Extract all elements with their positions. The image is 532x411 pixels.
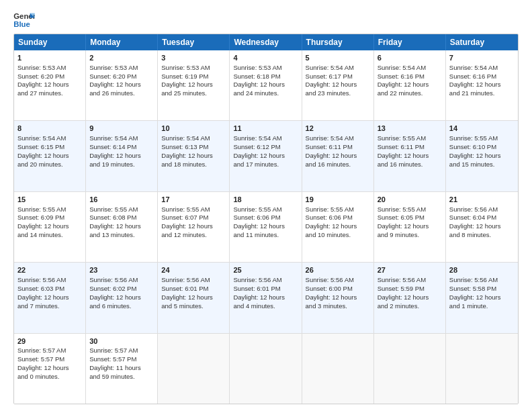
day-info: Daylight: 12 hours — [17, 222, 82, 231]
day-info: Daylight: 12 hours — [17, 293, 82, 302]
header-day-thursday: Thursday — [302, 34, 374, 50]
day-info: Sunrise: 5:56 AM — [449, 205, 515, 214]
day-info: Sunset: 6:08 PM — [89, 214, 154, 222]
day-number: 26 — [306, 265, 370, 275]
day-info: Daylight: 12 hours — [378, 222, 442, 231]
day-number: 18 — [233, 195, 298, 205]
day-info: Sunrise: 5:57 AM — [89, 347, 154, 355]
calendar-day-17: 17Sunrise: 5:55 AMSunset: 6:07 PMDayligh… — [158, 192, 230, 262]
day-info: Daylight: 12 hours — [17, 152, 82, 161]
day-info: Sunrise: 5:55 AM — [378, 205, 442, 214]
day-info: Sunrise: 5:54 AM — [306, 64, 370, 73]
day-info: and 13 minutes. — [89, 231, 154, 240]
calendar-day-11: 11Sunrise: 5:54 AMSunset: 6:12 PMDayligh… — [230, 121, 302, 191]
day-info: Sunrise: 5:57 AM — [17, 347, 82, 355]
day-number: 17 — [161, 195, 226, 205]
calendar-empty — [230, 334, 302, 404]
calendar-week-4: 22Sunrise: 5:56 AMSunset: 6:03 PMDayligh… — [14, 262, 518, 332]
day-info: and 15 minutes. — [449, 161, 515, 169]
day-info: and 2 minutes. — [378, 302, 442, 311]
day-info: Sunset: 6:07 PM — [161, 214, 226, 222]
day-info: and 12 minutes. — [161, 231, 226, 240]
day-info: Sunset: 6:04 PM — [449, 214, 515, 222]
day-number: 22 — [17, 265, 82, 275]
day-number: 21 — [449, 195, 515, 205]
day-info: Daylight: 12 hours — [233, 222, 298, 231]
day-info: and 59 minutes. — [89, 373, 154, 381]
day-info: Sunrise: 5:56 AM — [233, 276, 298, 285]
day-info: Sunset: 6:19 PM — [161, 73, 226, 81]
day-info: Sunset: 6:13 PM — [161, 143, 226, 152]
day-info: Sunset: 6:06 PM — [306, 214, 370, 222]
day-number: 8 — [17, 124, 82, 134]
calendar-day-26: 26Sunrise: 5:56 AMSunset: 6:00 PMDayligh… — [302, 263, 374, 332]
calendar-day-4: 4Sunrise: 5:53 AMSunset: 6:18 PMDaylight… — [230, 50, 302, 120]
day-info: Daylight: 12 hours — [89, 152, 154, 161]
calendar-week-1: 1Sunrise: 5:53 AMSunset: 6:20 PMDaylight… — [14, 50, 518, 120]
day-info: Daylight: 12 hours — [233, 81, 298, 89]
day-info: and 9 minutes. — [378, 231, 442, 240]
day-info: Sunrise: 5:56 AM — [17, 276, 82, 285]
day-info: Sunrise: 5:53 AM — [89, 64, 154, 73]
calendar-day-10: 10Sunrise: 5:54 AMSunset: 6:13 PMDayligh… — [158, 121, 230, 191]
day-info: Daylight: 12 hours — [449, 152, 515, 161]
day-info: Sunrise: 5:53 AM — [161, 64, 226, 73]
day-info: and 5 minutes. — [161, 302, 226, 311]
calendar-week-2: 8Sunrise: 5:54 AMSunset: 6:15 PMDaylight… — [14, 120, 518, 191]
calendar-day-5: 5Sunrise: 5:54 AMSunset: 6:17 PMDaylight… — [302, 50, 374, 120]
day-info: Daylight: 12 hours — [449, 222, 515, 231]
day-number: 28 — [449, 265, 515, 275]
day-number: 4 — [233, 53, 298, 63]
day-number: 6 — [378, 53, 442, 63]
calendar-empty — [446, 334, 518, 404]
day-number: 2 — [89, 53, 154, 63]
header-day-tuesday: Tuesday — [158, 34, 230, 50]
day-info: and 10 minutes. — [306, 231, 370, 240]
calendar-week-5: 29Sunrise: 5:57 AMSunset: 5:57 PMDayligh… — [14, 333, 518, 404]
day-info: Sunset: 6:01 PM — [233, 285, 298, 293]
logo-icon: General Blue — [13, 11, 35, 30]
day-info: Sunset: 6:11 PM — [306, 143, 370, 152]
calendar-day-8: 8Sunrise: 5:54 AMSunset: 6:15 PMDaylight… — [14, 121, 86, 191]
calendar-day-14: 14Sunrise: 5:55 AMSunset: 6:10 PMDayligh… — [446, 121, 518, 191]
calendar-day-21: 21Sunrise: 5:56 AMSunset: 6:04 PMDayligh… — [446, 192, 518, 262]
calendar-day-12: 12Sunrise: 5:54 AMSunset: 6:11 PMDayligh… — [302, 121, 374, 191]
logo: General Blue — [13, 11, 35, 30]
calendar-day-18: 18Sunrise: 5:55 AMSunset: 6:06 PMDayligh… — [230, 192, 302, 262]
day-info: and 20 minutes. — [17, 161, 82, 169]
day-info: Daylight: 12 hours — [378, 152, 442, 161]
day-number: 12 — [306, 124, 370, 134]
day-number: 5 — [306, 53, 370, 63]
day-info: and 21 minutes. — [449, 89, 515, 98]
day-number: 19 — [306, 195, 370, 205]
calendar-day-20: 20Sunrise: 5:55 AMSunset: 6:05 PMDayligh… — [374, 192, 446, 262]
day-info: Daylight: 12 hours — [89, 293, 154, 302]
day-info: Sunrise: 5:55 AM — [306, 205, 370, 214]
calendar-day-27: 27Sunrise: 5:56 AMSunset: 5:59 PMDayligh… — [374, 263, 446, 332]
day-info: Sunset: 5:57 PM — [89, 355, 154, 364]
day-number: 25 — [233, 265, 298, 275]
day-number: 27 — [378, 265, 442, 275]
day-info: Sunset: 6:11 PM — [378, 143, 442, 152]
calendar-day-7: 7Sunrise: 5:54 AMSunset: 6:16 PMDaylight… — [446, 50, 518, 120]
day-info: Daylight: 12 hours — [449, 293, 515, 302]
day-number: 1 — [17, 53, 82, 63]
day-info: Sunset: 5:59 PM — [378, 285, 442, 293]
day-info: Sunrise: 5:53 AM — [17, 64, 82, 73]
day-info: Sunrise: 5:54 AM — [233, 134, 298, 143]
calendar-day-28: 28Sunrise: 5:56 AMSunset: 5:58 PMDayligh… — [446, 263, 518, 332]
day-info: Daylight: 12 hours — [161, 293, 226, 302]
svg-text:Blue: Blue — [13, 20, 30, 28]
day-number: 11 — [233, 124, 298, 134]
day-info: Sunset: 6:01 PM — [161, 285, 226, 293]
day-number: 9 — [89, 124, 154, 134]
day-info: Daylight: 12 hours — [161, 222, 226, 231]
day-info: Sunrise: 5:56 AM — [161, 276, 226, 285]
day-number: 15 — [17, 195, 82, 205]
day-info: Daylight: 12 hours — [378, 81, 442, 89]
day-info: Sunrise: 5:55 AM — [233, 205, 298, 214]
day-info: Sunset: 6:14 PM — [89, 143, 154, 152]
header-day-friday: Friday — [374, 34, 446, 50]
day-info: and 6 minutes. — [89, 302, 154, 311]
calendar-header: SundayMondayTuesdayWednesdayThursdayFrid… — [14, 34, 518, 50]
